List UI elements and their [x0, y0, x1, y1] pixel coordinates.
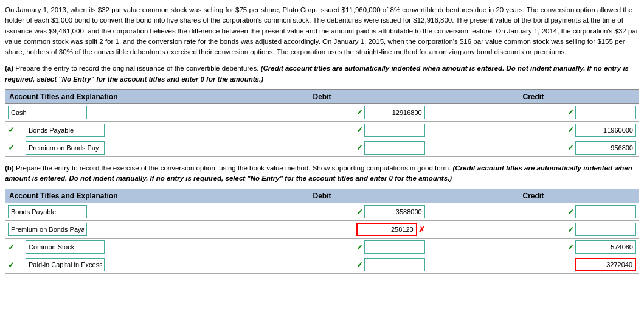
header-debit-a: Debit: [216, 89, 428, 103]
section-b: (b) Prepare the entry to record the exer…: [5, 163, 639, 274]
header-credit-a: Credit: [428, 89, 639, 103]
table-row: ✓✓: [5, 256, 639, 274]
header-debit-b: Debit: [216, 189, 428, 203]
check-icon: ✓: [8, 260, 15, 270]
credit-check-icon: ✓: [567, 125, 574, 134]
credit-check-icon: ✓: [567, 243, 574, 252]
account-input[interactable]: [26, 240, 105, 254]
debit-check-icon: ✓: [356, 243, 363, 252]
table-row: ✓✓: [5, 103, 639, 121]
check-icon: ✓: [8, 143, 15, 152]
section-b-letter: (b): [5, 164, 14, 172]
section-b-description: Prepare the entry to record the exercise…: [16, 164, 451, 172]
debit-x-icon: ✗: [418, 225, 425, 234]
account-input[interactable]: [8, 223, 87, 236]
table-row: ✓✓✓: [5, 239, 639, 256]
debit-check-icon: ✓: [356, 143, 363, 152]
account-input[interactable]: [8, 205, 87, 218]
debit-input[interactable]: [364, 141, 425, 155]
table-row: ✓✓✓: [5, 139, 639, 156]
table-row: ✓✓✓: [5, 121, 639, 139]
account-input[interactable]: [26, 258, 105, 271]
debit-input[interactable]: [364, 106, 425, 119]
section-b-table: Account Titles and Explanation Debit Cre…: [5, 189, 639, 274]
section-a-description: Prepare the entry to record the original…: [15, 64, 258, 72]
credit-check-icon: ✓: [567, 108, 574, 117]
account-input[interactable]: [8, 106, 87, 119]
header-account-a: Account Titles and Explanation: [5, 89, 216, 103]
credit-input[interactable]: [575, 258, 636, 271]
debit-input[interactable]: [364, 240, 425, 254]
intro-paragraph: On January 1, 2013, when its $32 par val…: [5, 5, 639, 57]
table-row: ✓✓: [5, 203, 639, 221]
header-account-b: Account Titles and Explanation: [5, 189, 216, 203]
credit-input[interactable]: [575, 240, 636, 254]
header-credit-b: Credit: [428, 189, 639, 203]
credit-input[interactable]: [575, 124, 636, 137]
credit-input[interactable]: [575, 223, 636, 236]
debit-check-icon: ✓: [356, 108, 363, 117]
debit-check-icon: ✓: [356, 207, 363, 217]
debit-check-icon: ✓: [356, 260, 363, 270]
debit-input[interactable]: [364, 124, 425, 137]
section-a: (a) Prepare the entry to record the orig…: [5, 63, 639, 157]
credit-input[interactable]: [575, 205, 636, 218]
section-a-letter: (a): [5, 64, 13, 72]
table-row: ✗✓: [5, 221, 639, 239]
account-input[interactable]: [26, 141, 105, 155]
account-input[interactable]: [26, 124, 105, 137]
credit-input[interactable]: [575, 106, 636, 119]
debit-input[interactable]: [364, 258, 425, 271]
credit-check-icon: ✓: [567, 207, 574, 217]
debit-input[interactable]: [356, 223, 417, 236]
credit-check-icon: ✓: [567, 225, 574, 234]
credit-check-icon: ✓: [567, 143, 574, 152]
debit-input[interactable]: [364, 205, 425, 218]
check-icon: ✓: [8, 125, 15, 134]
check-icon: ✓: [8, 243, 15, 252]
section-a-table: Account Titles and Explanation Debit Cre…: [5, 89, 639, 157]
credit-input[interactable]: [575, 141, 636, 155]
debit-check-icon: ✓: [356, 125, 363, 134]
